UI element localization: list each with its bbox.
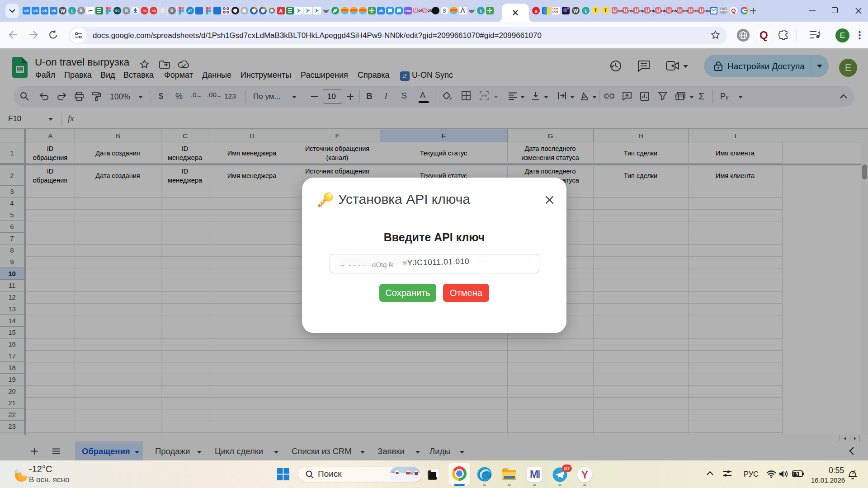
svg-text:T: T [604,8,607,13]
svg-text:z: z [854,469,856,473]
svg-text:T: T [594,8,597,13]
